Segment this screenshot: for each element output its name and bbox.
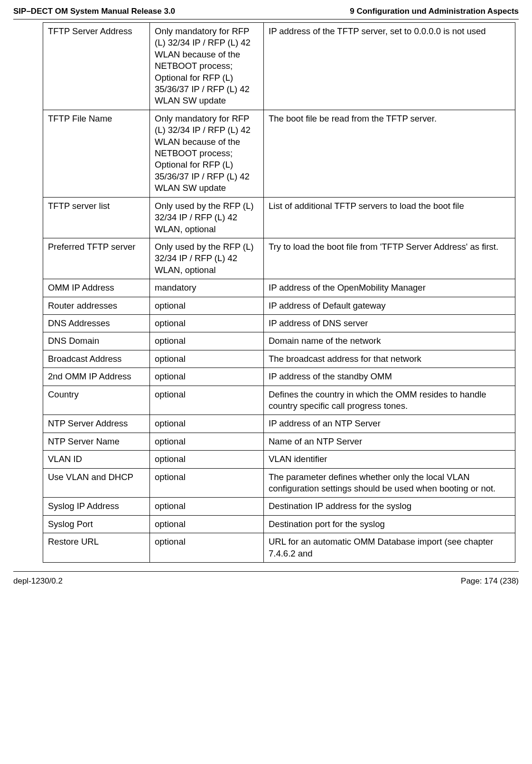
page: SIP–DECT OM System Manual Release 3.0 9 …: [0, 0, 532, 595]
table-cell: optional: [150, 386, 264, 415]
table-cell: Router addresses: [43, 297, 150, 314]
table-row: Use VLAN and DHCPoptionalThe parameter d…: [43, 468, 515, 498]
table-row: DNS DomainoptionalDomain name of the net…: [43, 332, 515, 350]
table-cell: optional: [150, 415, 264, 433]
table-cell: Restore URL: [43, 533, 150, 563]
table-cell: optional: [150, 533, 264, 563]
table-cell: TFTP server list: [43, 197, 150, 238]
table-cell: IP address of DNS server: [264, 314, 515, 332]
table-row: Syslog PortoptionalDestination port for …: [43, 515, 515, 533]
table-cell: DNS Domain: [43, 332, 150, 350]
table-cell: OMM IP Address: [43, 279, 150, 297]
table-cell: mandatory: [150, 279, 264, 297]
table-cell: IP address of Default gateway: [264, 297, 515, 314]
table-cell: Only mandatory for RFP (L) 32/34 IP / RF…: [150, 23, 264, 110]
table-cell: Syslog IP Address: [43, 498, 150, 515]
table-row: Syslog IP AddressoptionalDestination IP …: [43, 498, 515, 515]
table-cell: NTP Server Name: [43, 433, 150, 450]
table-cell: Domain name of the network: [264, 332, 515, 350]
table-row: CountryoptionalDefines the country in wh…: [43, 386, 515, 415]
table-cell: Only used by the RFP (L) 32/34 IP / RFP …: [150, 197, 264, 238]
table-cell: Name of an NTP Server: [264, 433, 515, 450]
table-row: Preferred TFTP serverOnly used by the RF…: [43, 238, 515, 279]
header-rule: [13, 19, 519, 19]
table-row: OMM IP AddressmandatoryIP address of the…: [43, 279, 515, 297]
table-cell: optional: [150, 297, 264, 314]
table-cell: The boot file be read from the TFTP serv…: [264, 110, 515, 197]
page-footer: depl-1230/0.2 Page: 174 (238): [13, 575, 519, 586]
table-cell: NTP Server Address: [43, 415, 150, 433]
table-cell: The parameter defines whether only the l…: [264, 468, 515, 498]
table-cell: optional: [150, 332, 264, 350]
table-cell: IP address of an NTP Server: [264, 415, 515, 433]
table-cell: IP address of the standby OMM: [264, 368, 515, 386]
table-cell: IP address of the TFTP server, set to 0.…: [264, 23, 515, 110]
table-cell: Try to load the boot file from 'TFTP Ser…: [264, 238, 515, 279]
table-cell: Broadcast Address: [43, 350, 150, 368]
footer-left: depl-1230/0.2: [13, 576, 63, 586]
table-cell: VLAN ID: [43, 451, 150, 468]
table-row: Broadcast AddressoptionalThe broadcast a…: [43, 350, 515, 368]
table-cell: VLAN identifier: [264, 451, 515, 468]
table-cell: Destination port for the syslog: [264, 515, 515, 533]
table-cell: optional: [150, 515, 264, 533]
footer-right: Page: 174 (238): [461, 576, 519, 586]
table-cell: Use VLAN and DHCP: [43, 468, 150, 498]
table-row: 2nd OMM IP AddressoptionalIP address of …: [43, 368, 515, 386]
table-cell: Preferred TFTP server: [43, 238, 150, 279]
table-row: TFTP server listOnly used by the RFP (L)…: [43, 197, 515, 238]
header-right: 9 Configuration und Administration Aspec…: [350, 7, 519, 16]
table-cell: DNS Addresses: [43, 314, 150, 332]
table-cell: optional: [150, 368, 264, 386]
table-cell: URL for an automatic OMM Database import…: [264, 533, 515, 563]
table-cell: Destination IP address for the syslog: [264, 498, 515, 515]
config-table: TFTP Server AddressOnly mandatory for RF…: [43, 22, 515, 563]
table-cell: TFTP File Name: [43, 110, 150, 197]
table-cell: optional: [150, 498, 264, 515]
table-row: NTP Server AddressoptionalIP address of …: [43, 415, 515, 433]
page-header: SIP–DECT OM System Manual Release 3.0 9 …: [13, 7, 519, 19]
table-cell: TFTP Server Address: [43, 23, 150, 110]
table-row: Router addressesoptionalIP address of De…: [43, 297, 515, 314]
table-cell: List of additional TFTP servers to load …: [264, 197, 515, 238]
table-row: NTP Server NameoptionalName of an NTP Se…: [43, 433, 515, 450]
table-cell: Syslog Port: [43, 515, 150, 533]
table-cell: Country: [43, 386, 150, 415]
table-cell: The broadcast address for that network: [264, 350, 515, 368]
table-row: TFTP File NameOnly mandatory for RFP (L)…: [43, 110, 515, 197]
table-row: TFTP Server AddressOnly mandatory for RF…: [43, 23, 515, 110]
table-cell: 2nd OMM IP Address: [43, 368, 150, 386]
table-cell: optional: [150, 350, 264, 368]
footer-rule: [13, 571, 519, 572]
table-row: Restore URLoptionalURL for an automatic …: [43, 533, 515, 563]
table-row: DNS AddressesoptionalIP address of DNS s…: [43, 314, 515, 332]
table-cell: optional: [150, 451, 264, 468]
table-cell: Defines the country in which the OMM res…: [264, 386, 515, 415]
table-row: VLAN IDoptionalVLAN identifier: [43, 451, 515, 468]
table-cell: IP address of the OpenMobility Manager: [264, 279, 515, 297]
table-cell: optional: [150, 314, 264, 332]
table-cell: optional: [150, 468, 264, 498]
header-left: SIP–DECT OM System Manual Release 3.0: [13, 7, 175, 16]
table-cell: optional: [150, 433, 264, 450]
table-cell: Only used by the RFP (L) 32/34 IP / RFP …: [150, 238, 264, 279]
table-cell: Only mandatory for RFP (L) 32/34 IP / RF…: [150, 110, 264, 197]
